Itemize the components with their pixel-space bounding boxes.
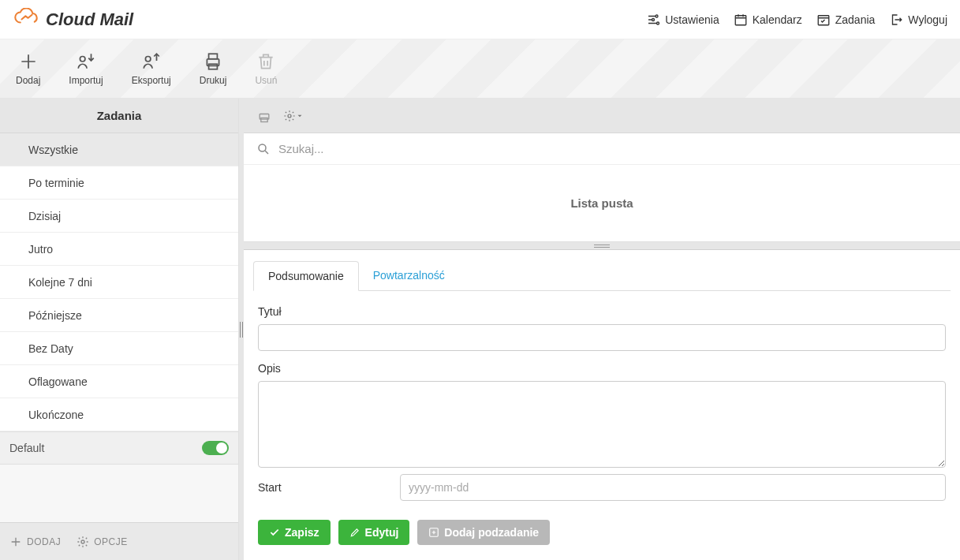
svg-rect-3 bbox=[735, 15, 746, 24]
content-panel: Lista pusta Podsumowanie Powtarzalność T… bbox=[244, 99, 960, 560]
gear-icon bbox=[283, 110, 296, 122]
search-row bbox=[244, 133, 960, 165]
tasks-icon bbox=[816, 13, 831, 27]
svg-point-10 bbox=[81, 540, 84, 543]
edit-label: Edytuj bbox=[365, 526, 399, 539]
tab-recurrence[interactable]: Powtarzalność bbox=[359, 261, 459, 290]
plus-square-icon bbox=[428, 527, 439, 538]
pencil-icon bbox=[349, 527, 360, 538]
filter-flagged[interactable]: Oflagowane bbox=[0, 365, 238, 398]
search-input[interactable] bbox=[278, 142, 947, 155]
sidebar-options-label: OPCJE bbox=[94, 536, 128, 547]
app-header: Cloud Mail Ustawienia Kalendarz Zadania … bbox=[0, 0, 960, 39]
add-button[interactable]: Dodaj bbox=[16, 51, 40, 86]
filter-done[interactable]: Ukończone bbox=[0, 398, 238, 431]
filter-next7[interactable]: Kolejne 7 dni bbox=[0, 266, 238, 299]
header-nav: Ustawienia Kalendarz Zadania Wyloguj bbox=[646, 13, 947, 27]
search-icon bbox=[256, 142, 271, 156]
title-input[interactable] bbox=[258, 324, 946, 351]
logo-icon bbox=[13, 8, 41, 32]
filter-all[interactable]: Wszystkie bbox=[0, 133, 238, 166]
import-button[interactable]: Importuj bbox=[69, 51, 103, 86]
main-area: Zadania Wszystkie Po terminie Dzisiaj Ju… bbox=[0, 99, 960, 560]
detail-tabs: Podsumowanie Powtarzalność bbox=[253, 261, 951, 291]
printer-icon bbox=[203, 51, 223, 72]
svg-point-0 bbox=[656, 15, 658, 17]
save-button[interactable]: Zapisz bbox=[258, 520, 331, 545]
options-dropdown[interactable] bbox=[283, 110, 304, 122]
add-subtask-button[interactable]: Dodaj podzadanie bbox=[417, 520, 550, 545]
svg-point-1 bbox=[652, 18, 655, 21]
brand-text: Cloud Mail bbox=[46, 9, 133, 30]
delete-label: Usuń bbox=[255, 75, 277, 86]
nav-logout[interactable]: Wyloguj bbox=[889, 13, 947, 27]
task-form: Tytuł Opis Start bbox=[244, 291, 960, 510]
main-toolbar: Dodaj Importuj Eksportuj Drukuj Usuń bbox=[0, 39, 960, 99]
sidebar-title: Zadania bbox=[0, 99, 238, 133]
plus-icon bbox=[18, 51, 39, 72]
check-icon bbox=[269, 527, 280, 538]
delete-button[interactable]: Usuń bbox=[255, 51, 277, 86]
svg-point-13 bbox=[288, 114, 291, 118]
nav-tasks[interactable]: Zadania bbox=[816, 13, 876, 27]
start-label: Start bbox=[258, 481, 400, 494]
filter-today[interactable]: Dzisiaj bbox=[0, 200, 238, 233]
nav-settings[interactable]: Ustawienia bbox=[646, 13, 719, 27]
filter-list: Wszystkie Po terminie Dzisiaj Jutro Kole… bbox=[0, 133, 238, 431]
filter-tomorrow[interactable]: Jutro bbox=[0, 233, 238, 266]
trash-icon bbox=[256, 51, 276, 72]
export-label: Eksportuj bbox=[132, 75, 171, 86]
svg-point-14 bbox=[259, 144, 266, 151]
title-label: Tytuł bbox=[258, 305, 946, 318]
sidebar-footer: DODAJ OPCJE bbox=[0, 522, 238, 560]
print-label: Drukuj bbox=[200, 75, 227, 86]
nav-calendar-label: Kalendarz bbox=[753, 13, 802, 26]
calendar-toggle[interactable] bbox=[202, 441, 229, 455]
filter-later[interactable]: Późniejsze bbox=[0, 299, 238, 332]
plus-icon bbox=[9, 536, 22, 548]
sidebar: Zadania Wszystkie Po terminie Dzisiaj Ju… bbox=[0, 99, 239, 560]
add-subtask-label: Dodaj podzadanie bbox=[444, 526, 539, 539]
sliders-icon bbox=[646, 13, 660, 27]
svg-point-2 bbox=[657, 22, 659, 24]
svg-point-5 bbox=[80, 57, 85, 62]
logout-icon bbox=[889, 13, 903, 27]
calendar-name: Default bbox=[9, 442, 44, 454]
action-row: Zapisz Edytuj Dodaj podzadanie bbox=[244, 510, 960, 554]
start-input[interactable] bbox=[400, 474, 946, 501]
nav-logout-label: Wyloguj bbox=[908, 13, 947, 26]
sidebar-options-button[interactable]: OPCJE bbox=[77, 536, 128, 548]
sidebar-add-button[interactable]: DODAJ bbox=[9, 536, 61, 548]
app-logo: Cloud Mail bbox=[13, 8, 133, 32]
nav-tasks-label: Zadania bbox=[835, 13, 876, 26]
task-list-empty: Lista pusta bbox=[244, 165, 960, 242]
import-icon bbox=[76, 51, 96, 72]
export-icon bbox=[141, 51, 162, 72]
desc-label: Opis bbox=[258, 362, 946, 375]
save-label: Zapisz bbox=[285, 526, 319, 539]
export-button[interactable]: Eksportuj bbox=[132, 51, 171, 86]
horizontal-splitter[interactable] bbox=[244, 242, 960, 250]
content-toolbar bbox=[244, 99, 960, 133]
print-button[interactable]: Drukuj bbox=[200, 51, 227, 86]
svg-rect-9 bbox=[209, 64, 218, 69]
task-detail-panel: Podsumowanie Powtarzalność Tytuł Opis St… bbox=[244, 250, 960, 560]
filter-nodate[interactable]: Bez Daty bbox=[0, 332, 238, 365]
desc-textarea[interactable] bbox=[258, 381, 946, 468]
sidebar-add-label: DODAJ bbox=[27, 536, 61, 547]
chevron-down-icon bbox=[296, 112, 304, 120]
import-label: Importuj bbox=[69, 75, 103, 86]
calendar-row: Default bbox=[0, 431, 238, 465]
nav-calendar[interactable]: Kalendarz bbox=[734, 13, 802, 27]
edit-button[interactable]: Edytuj bbox=[338, 520, 410, 545]
gear-icon bbox=[77, 536, 89, 548]
tab-summary[interactable]: Podsumowanie bbox=[253, 261, 359, 291]
svg-rect-12 bbox=[261, 118, 267, 121]
start-row: Start bbox=[258, 474, 946, 501]
nav-settings-label: Ustawienia bbox=[665, 13, 719, 26]
svg-point-6 bbox=[145, 57, 151, 62]
add-label: Dodaj bbox=[16, 75, 40, 86]
svg-rect-8 bbox=[209, 54, 218, 59]
print-icon-button[interactable] bbox=[256, 108, 272, 124]
filter-overdue[interactable]: Po terminie bbox=[0, 166, 238, 200]
